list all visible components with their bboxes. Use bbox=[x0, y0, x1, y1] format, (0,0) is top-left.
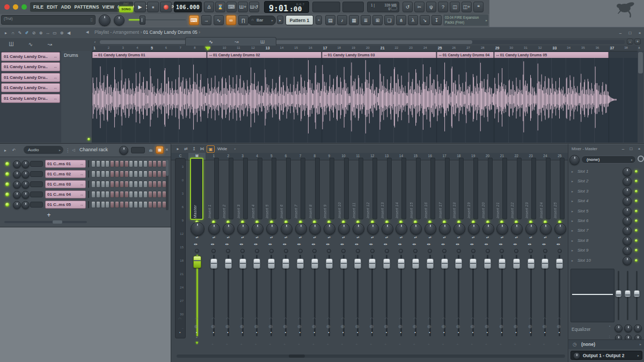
step-cell[interactable] bbox=[143, 201, 148, 208]
insert-track-label[interactable]: Insert 4 bbox=[251, 175, 255, 218]
stereo-separation-icon[interactable]: ▴▾ bbox=[211, 236, 216, 239]
fx-slot-led[interactable] bbox=[635, 229, 638, 232]
fx-slot-led[interactable] bbox=[635, 239, 638, 242]
strip-mute-dot[interactable] bbox=[370, 249, 375, 253]
strip-mute-dot[interactable] bbox=[255, 249, 259, 253]
step-cell[interactable] bbox=[115, 201, 119, 208]
fx-slot-knob[interactable] bbox=[623, 256, 632, 265]
step-cell[interactable] bbox=[152, 201, 157, 208]
automation-clip-tab-icon[interactable]: ↝ bbox=[233, 39, 240, 45]
fx-slot-knob[interactable] bbox=[623, 197, 632, 206]
fx-slot-knob[interactable] bbox=[623, 187, 632, 196]
strip-pan-knob[interactable] bbox=[482, 223, 494, 235]
slot-mute-ring[interactable] bbox=[638, 156, 644, 162]
playlist-zoom-add-button[interactable]: + bbox=[634, 39, 641, 45]
strip-route-icon[interactable]: ▵ bbox=[500, 342, 501, 345]
channel-pan-knob[interactable] bbox=[13, 201, 21, 209]
step-cell[interactable] bbox=[138, 191, 143, 198]
pan-arrows-icon[interactable]: ◂▸ bbox=[326, 242, 330, 246]
timeline-bar-2[interactable]: 2 bbox=[108, 46, 109, 49]
strip-arc-icon[interactable]: ◠ bbox=[385, 317, 388, 321]
strip-arc-icon[interactable]: ◠ bbox=[269, 317, 273, 321]
mixer-hscroll-handle[interactable] bbox=[289, 354, 305, 358]
traffic-light-minimize[interactable] bbox=[13, 4, 18, 10]
strip-record-icon[interactable]: ◎ bbox=[485, 324, 489, 329]
timeline-bar-1[interactable]: 1 bbox=[93, 46, 96, 50]
mixer-track-number[interactable]: 24 bbox=[538, 154, 553, 158]
mixer-track-number[interactable]: 22 bbox=[509, 154, 524, 158]
master-track-label[interactable]: Master bbox=[193, 175, 197, 218]
timeline-bar-21[interactable]: 21 bbox=[380, 46, 385, 50]
eq-band-knob[interactable] bbox=[624, 324, 632, 333]
timeline-bar-17[interactable]: 17 bbox=[323, 46, 327, 50]
mixer-view-icon[interactable]: ▣ bbox=[207, 145, 215, 153]
strip-route-icon[interactable]: ▵ bbox=[486, 342, 487, 345]
stereo-separation-icon[interactable]: ▴▾ bbox=[529, 236, 533, 239]
channel-rack-menu-icon[interactable]: ⋮ bbox=[65, 147, 70, 153]
record-button[interactable] bbox=[160, 2, 172, 12]
mixer-track-number[interactable]: 2 bbox=[221, 154, 236, 158]
mixer-track-number[interactable]: 5 bbox=[264, 154, 279, 158]
step-cell[interactable] bbox=[129, 171, 133, 178]
step-cell[interactable] bbox=[129, 191, 133, 198]
strip-mute-dot[interactable] bbox=[298, 249, 303, 253]
channel-enable-led[interactable] bbox=[5, 162, 9, 166]
step-cell[interactable] bbox=[101, 191, 105, 198]
step-cell[interactable] bbox=[157, 201, 162, 208]
plugin-icon[interactable]: ⋔ bbox=[396, 15, 406, 25]
timeline-bar-15[interactable]: 15 bbox=[294, 46, 298, 49]
mixer-track-number[interactable]: 11 bbox=[351, 154, 365, 158]
step-cell[interactable] bbox=[152, 191, 157, 198]
strip-pan-knob[interactable] bbox=[453, 223, 465, 235]
strip-arc-icon[interactable]: ◠ bbox=[312, 317, 316, 321]
strip-arc-icon[interactable]: ◠ bbox=[284, 317, 287, 321]
clip-source-item[interactable]: 01 Candy Landy Dru..↔ bbox=[1, 62, 60, 71]
stereo-separation-icon[interactable]: ▴▾ bbox=[457, 236, 461, 239]
channel-rack-vscroll-handle[interactable] bbox=[166, 160, 169, 176]
step-cell[interactable] bbox=[96, 160, 100, 167]
pan-arrows-icon[interactable]: ◂▸ bbox=[340, 242, 345, 246]
step-cell[interactable] bbox=[120, 181, 124, 188]
stereo-separation-icon[interactable]: ▴▾ bbox=[269, 236, 274, 239]
strip-record-icon[interactable]: ◎ bbox=[298, 324, 302, 329]
playlist-clip[interactable]: ↦01 Candy Landy Drums 02 bbox=[207, 52, 321, 58]
insert-track-label[interactable]: Insert 1 bbox=[208, 175, 211, 218]
strip-record-icon[interactable]: ◎ bbox=[194, 324, 198, 329]
channel-button[interactable]: 01 C..ms 03↔ bbox=[45, 180, 86, 188]
fx-slot-label[interactable]: Slot 7 bbox=[577, 228, 588, 233]
step-cell[interactable] bbox=[134, 191, 138, 198]
step-cell[interactable] bbox=[138, 201, 143, 208]
strip-record-icon[interactable]: ◎ bbox=[413, 324, 416, 329]
strip-mute-dot[interactable] bbox=[558, 249, 562, 253]
song-mode-label[interactable]: SONG bbox=[119, 6, 133, 12]
master-route-icon[interactable]: ▼ bbox=[195, 341, 199, 345]
strip-mute-dot[interactable] bbox=[226, 249, 230, 253]
fader-handle[interactable] bbox=[556, 258, 563, 269]
slot-caret-icon[interactable]: ▸ bbox=[572, 199, 573, 203]
eq-display[interactable] bbox=[570, 269, 614, 322]
strip-record-icon[interactable]: ◎ bbox=[456, 324, 460, 329]
step-cell[interactable] bbox=[157, 191, 162, 198]
strip-pan-knob[interactable] bbox=[208, 223, 220, 235]
playback-tool-icon[interactable]: ◀ bbox=[65, 29, 72, 36]
typing-keyboard-icon[interactable]: ⌨ bbox=[189, 15, 199, 25]
insert-track-label[interactable]: Insert 25 bbox=[553, 175, 557, 218]
pan-arrows-icon[interactable]: ◂▸ bbox=[441, 242, 445, 246]
step-cell[interactable] bbox=[115, 191, 119, 198]
playlist-scroll-right-button[interactable]: › bbox=[627, 39, 633, 45]
step-cell[interactable] bbox=[157, 181, 162, 188]
fx-slot-knob[interactable] bbox=[623, 167, 632, 176]
strip-pan-knob[interactable] bbox=[410, 223, 422, 235]
step-cell[interactable] bbox=[148, 181, 152, 188]
master-pitch-knob[interactable] bbox=[114, 15, 125, 26]
strip-mute-dot[interactable] bbox=[529, 249, 533, 253]
strip-arc-icon[interactable]: ◠ bbox=[558, 317, 561, 321]
breadcrumb-active[interactable]: 01 Candy Landy Drums 05 bbox=[143, 29, 197, 35]
step-cell[interactable] bbox=[96, 171, 100, 178]
fader-handle[interactable] bbox=[225, 258, 232, 269]
step-cell[interactable] bbox=[91, 191, 96, 198]
mixer-current-header[interactable]: C bbox=[174, 154, 186, 158]
pan-arrows-icon[interactable]: ◂▸ bbox=[384, 242, 388, 246]
strip-pan-knob[interactable] bbox=[468, 223, 480, 235]
top-slot-selector[interactable]: (none) ▸ bbox=[581, 156, 636, 164]
